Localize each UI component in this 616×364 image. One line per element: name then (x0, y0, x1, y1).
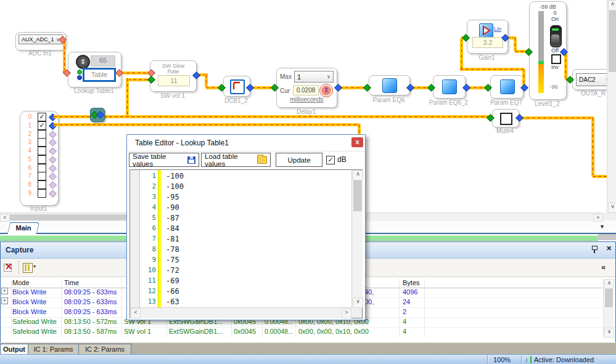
block-input1[interactable]: 0✓1✓23456789 (20, 111, 59, 206)
vscroll-thumb[interactable] (609, 10, 616, 72)
column-header-mode[interactable]: Mode (12, 279, 30, 286)
port-pin[interactable] (49, 190, 57, 198)
delay-unit-link[interactable]: milliseconds (277, 96, 337, 103)
gain-lin-link[interactable]: Lin (494, 26, 501, 32)
db-checkbox[interactable]: ✓ (326, 156, 335, 164)
block-param-eq6-2[interactable] (433, 75, 466, 99)
port-pin[interactable] (49, 147, 57, 155)
channel-checkbox[interactable] (38, 138, 46, 147)
tab-main[interactable]: Main (7, 222, 40, 234)
canvas-vscrollbar[interactable]: ∧ ∨ (607, 0, 616, 212)
table-value[interactable]: -100 (166, 182, 184, 191)
save-table-values-button[interactable]: Save table values (129, 153, 199, 167)
table-value[interactable]: -63 (166, 297, 179, 306)
block-adc-in1[interactable]: AUX_ADC_1 ∨ (15, 32, 66, 51)
block-sw-vol1[interactable]: SW Slew Rate 11 (150, 60, 197, 92)
level-meter (538, 11, 544, 93)
level-toggle-switch[interactable] (550, 25, 562, 47)
table-value[interactable]: -95 (166, 193, 179, 201)
vscroll-thumb[interactable] (605, 289, 613, 307)
scroll-up-icon[interactable]: ∧ (604, 279, 614, 289)
cell-bytes: 4 (403, 317, 406, 326)
block-lookup-table1[interactable]: ⇕ 65 Table (68, 52, 121, 87)
block-delay1[interactable]: Max 1 ∨ Cur 0.0208 ⇕ milliseconds (276, 68, 337, 108)
table-value[interactable]: -78 (166, 245, 179, 254)
close-icon[interactable]: ✕ (605, 245, 613, 253)
gain-value-field[interactable]: 3.2 (472, 37, 503, 48)
channel-checkbox[interactable] (38, 147, 46, 155)
scroll-down-icon[interactable]: ∨ (608, 203, 616, 213)
list-vscrollbar[interactable]: ∧ ∨ (351, 170, 363, 307)
spinner-icon[interactable]: ⇕ (319, 84, 333, 97)
update-button[interactable]: Update (276, 153, 322, 167)
scroll-down-icon[interactable]: ∨ (353, 297, 363, 308)
table-values-list[interactable]: 1-1002-1003-954-905-876-847-818-789-7510… (129, 169, 363, 318)
dialog-titlebar[interactable]: Table Editor - Lookup Table1 x (127, 135, 365, 152)
column-chooser-icon[interactable]: ▾ (23, 262, 35, 273)
port-pin[interactable] (49, 172, 57, 180)
scroll-right-icon[interactable]: > (593, 214, 603, 222)
block-dcb1-2[interactable] (223, 76, 250, 97)
scroll-up-icon[interactable]: ∧ (353, 170, 363, 180)
list-hscrollbar[interactable]: < > (130, 307, 351, 318)
collapse-columns-icon[interactable]: « (601, 262, 606, 272)
level-inv-checkbox[interactable] (551, 54, 561, 64)
table-value[interactable]: -75 (166, 256, 179, 264)
port-pin[interactable] (49, 181, 57, 189)
block-mute4[interactable] (492, 109, 519, 127)
close-icon[interactable]: x (351, 137, 363, 147)
scroll-up-icon[interactable]: ∧ (608, 0, 616, 10)
channel-checkbox[interactable] (38, 164, 46, 172)
table-value[interactable]: -84 (166, 224, 179, 233)
pin-icon[interactable] (591, 245, 598, 254)
clear-capture-icon[interactable]: ✕ (4, 262, 16, 273)
channel-checkbox[interactable] (38, 189, 46, 198)
swvol-value-field[interactable]: 11 (158, 75, 190, 86)
capture-row[interactable]: Safeload Write08:13:50 - 587msSW vol 1Ex… (1, 327, 602, 337)
port-pin[interactable] (49, 139, 57, 147)
table-value[interactable]: -72 (166, 266, 179, 275)
port-pin[interactable] (49, 164, 57, 172)
channel-checkbox[interactable]: ✓ (38, 121, 46, 130)
vscroll-thumb[interactable] (353, 180, 362, 211)
table-value[interactable]: -81 (166, 235, 179, 243)
tab-ic1-params[interactable]: IC 1: Params (28, 344, 79, 355)
scroll-down-icon[interactable]: ∨ (604, 328, 614, 338)
port-pin[interactable] (49, 156, 57, 164)
status-bar: 100% ♪ Active: Downloaded (0, 354, 616, 364)
channel-checkbox[interactable]: ✓ (38, 113, 46, 121)
row-number: 13 (131, 297, 156, 305)
block-param-eq6[interactable] (369, 75, 410, 95)
table-value[interactable]: -69 (166, 277, 179, 285)
expand-icon[interactable]: + (1, 297, 8, 304)
knob-icon[interactable]: ⇕ (76, 55, 90, 69)
channel-checkbox[interactable] (38, 180, 46, 189)
table-button[interactable]: Table (83, 68, 116, 82)
channel-checkbox[interactable] (38, 130, 46, 139)
table-value[interactable]: -90 (166, 203, 179, 212)
port-pin[interactable] (49, 131, 57, 139)
column-header-bytes[interactable]: Bytes (403, 279, 420, 286)
table-editor-dialog[interactable]: Table Editor - Lookup Table1 x Save tabl… (126, 134, 366, 320)
load-table-values-button[interactable]: Load table values (201, 153, 271, 167)
table-value[interactable]: -100 (166, 172, 184, 180)
level-label: Level1_2 (529, 100, 565, 107)
table-value[interactable]: -66 (166, 287, 179, 296)
delay-max-select[interactable]: 1 ∨ (294, 71, 334, 83)
tab-output[interactable]: Output (0, 344, 28, 355)
expand-icon[interactable]: + (1, 288, 8, 294)
scroll-right-icon[interactable]: > (342, 309, 351, 318)
delay-cur-field[interactable]: 0.0208 (293, 85, 319, 95)
tab-list-dropdown-icon[interactable]: ▼ (599, 224, 605, 230)
table-value[interactable]: -87 (166, 214, 179, 222)
scroll-left-icon[interactable]: < (0, 214, 10, 222)
channel-checkbox[interactable] (38, 172, 46, 180)
tab-ic2-params[interactable]: IC 2: Params (78, 344, 131, 355)
block-param-eq7[interactable] (490, 75, 524, 99)
scroll-left-icon[interactable]: < (131, 309, 141, 318)
column-header-time[interactable]: Time (64, 279, 79, 286)
cell-mode: Block Write (12, 288, 46, 297)
channel-checkbox[interactable] (38, 155, 46, 164)
capture-vscrollbar[interactable]: ∧ ∨ (603, 279, 614, 337)
adc-source-select[interactable]: AUX_ADC_1 ∨ (18, 34, 63, 44)
